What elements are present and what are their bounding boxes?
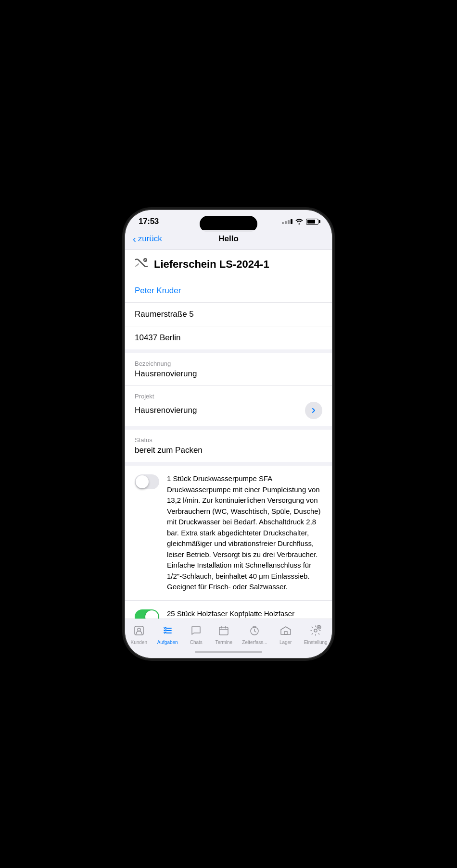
status-time: 17:53 bbox=[139, 217, 159, 226]
termine-label: Termine bbox=[216, 640, 233, 645]
customer-name-row: Peter Kruder bbox=[125, 279, 332, 303]
back-button[interactable]: ‹ zurück bbox=[133, 234, 162, 244]
einstellung-icon bbox=[310, 625, 321, 638]
item-1-toggle-knob bbox=[136, 475, 149, 488]
status-row: Status bereit zum Packen bbox=[125, 430, 332, 462]
tab-kunden[interactable]: Kunden bbox=[126, 623, 152, 649]
kunden-label: Kunden bbox=[131, 640, 147, 645]
item-row-2: 25 Stück Holzfaser Kopfplatte Holzfaser … bbox=[125, 601, 332, 619]
svg-point-15 bbox=[314, 629, 317, 632]
tab-aufgaben[interactable]: Aufgaben bbox=[153, 623, 182, 649]
kunden-icon bbox=[133, 625, 145, 638]
nav-title: Hello bbox=[218, 234, 239, 244]
screen: 17:53 ‹ zurück Hel bbox=[125, 210, 332, 658]
bezeichnung-value: Hausrenovierung bbox=[135, 369, 322, 379]
battery-icon bbox=[306, 219, 318, 225]
zeiterfass-icon bbox=[249, 625, 260, 638]
phone-frame: 17:53 ‹ zurück Hel bbox=[125, 210, 332, 658]
divider-3 bbox=[125, 462, 332, 466]
dynamic-island bbox=[200, 216, 257, 232]
tab-termine[interactable]: Termine bbox=[211, 623, 237, 649]
aufgaben-label: Aufgaben bbox=[157, 640, 178, 645]
customer-street-row: Raumerstraße 5 bbox=[125, 303, 332, 326]
bezeichnung-row: Bezeichnung Hausrenovierung bbox=[125, 353, 332, 386]
item-1-toggle[interactable] bbox=[135, 474, 159, 489]
svg-line-1 bbox=[144, 259, 146, 261]
item-2-toggle-knob bbox=[145, 610, 158, 619]
projekt-value: Hausrenovierung bbox=[135, 406, 197, 415]
item-2-text: 25 Stück Holzfaser Kopfplatte Holzfaser … bbox=[167, 608, 322, 619]
lager-icon bbox=[280, 625, 292, 638]
items-section: 1 Stück Druckwasserpumpe SFA Druckwasser… bbox=[125, 466, 332, 619]
projekt-row[interactable]: Projekt Hausrenovierung bbox=[125, 386, 332, 426]
item-row-1: 1 Stück Druckwasserpumpe SFA Druckwasser… bbox=[125, 466, 332, 601]
tab-zeiterfass[interactable]: Zeiterfass... bbox=[238, 623, 271, 649]
chats-icon bbox=[190, 625, 202, 638]
lager-label: Lager bbox=[279, 640, 292, 645]
status-section: Status bereit zum Packen bbox=[125, 430, 332, 462]
nav-bar: ‹ zurück Hello bbox=[125, 230, 332, 250]
aufgaben-icon bbox=[162, 625, 173, 638]
content-area[interactable]: Lieferschein LS-2024-1 Peter Kruder Raum… bbox=[125, 250, 332, 619]
projekt-arrow-button[interactable] bbox=[305, 402, 322, 419]
einstellung-label: Einstellung bbox=[304, 640, 328, 645]
svg-line-13 bbox=[254, 631, 256, 632]
tab-einstellung[interactable]: Einstellung bbox=[300, 623, 331, 649]
home-indicator bbox=[125, 649, 332, 658]
document-icon bbox=[135, 258, 148, 271]
tab-chats[interactable]: Chats bbox=[183, 623, 209, 649]
customer-city: 10437 Berlin bbox=[135, 333, 322, 343]
svg-rect-14 bbox=[284, 632, 287, 634]
status-bar: 17:53 bbox=[125, 210, 332, 230]
tab-lager[interactable]: Lager bbox=[272, 623, 299, 649]
details-section: Bezeichnung Hausrenovierung Projekt Haus… bbox=[125, 353, 332, 426]
document-title: Lieferschein LS-2024-1 bbox=[154, 258, 269, 271]
divider-1 bbox=[125, 349, 332, 353]
signal-icon bbox=[282, 219, 292, 224]
customer-name: Peter Kruder bbox=[135, 286, 322, 296]
status-value: bereit zum Packen bbox=[135, 446, 322, 455]
customer-city-row: 10437 Berlin bbox=[125, 326, 332, 349]
back-label: zurück bbox=[138, 234, 162, 244]
chats-label: Chats bbox=[190, 640, 203, 645]
document-header: Lieferschein LS-2024-1 bbox=[125, 250, 332, 279]
status-icons bbox=[282, 219, 318, 225]
zeiterfass-label: Zeiterfass... bbox=[242, 640, 267, 645]
projekt-row-inner: Hausrenovierung bbox=[135, 402, 322, 419]
bezeichnung-label: Bezeichnung bbox=[135, 360, 322, 367]
back-chevron-icon: ‹ bbox=[133, 234, 136, 244]
divider-2 bbox=[125, 426, 332, 430]
item-1-text: 1 Stück Druckwasserpumpe SFA Druckwasser… bbox=[167, 473, 322, 593]
status-label: Status bbox=[135, 436, 322, 444]
svg-rect-7 bbox=[219, 627, 228, 635]
home-bar bbox=[195, 651, 262, 653]
tab-bar: Kunden Aufgaben bbox=[125, 619, 332, 649]
customer-section: Peter Kruder Raumerstraße 5 10437 Berlin bbox=[125, 279, 332, 349]
customer-street: Raumerstraße 5 bbox=[135, 310, 322, 319]
wifi-icon bbox=[295, 219, 303, 224]
item-2-toggle[interactable] bbox=[135, 609, 159, 619]
document-header-section: Lieferschein LS-2024-1 bbox=[125, 250, 332, 279]
termine-icon bbox=[218, 625, 229, 638]
projekt-label: Projekt bbox=[135, 393, 322, 400]
svg-point-3 bbox=[138, 628, 140, 631]
